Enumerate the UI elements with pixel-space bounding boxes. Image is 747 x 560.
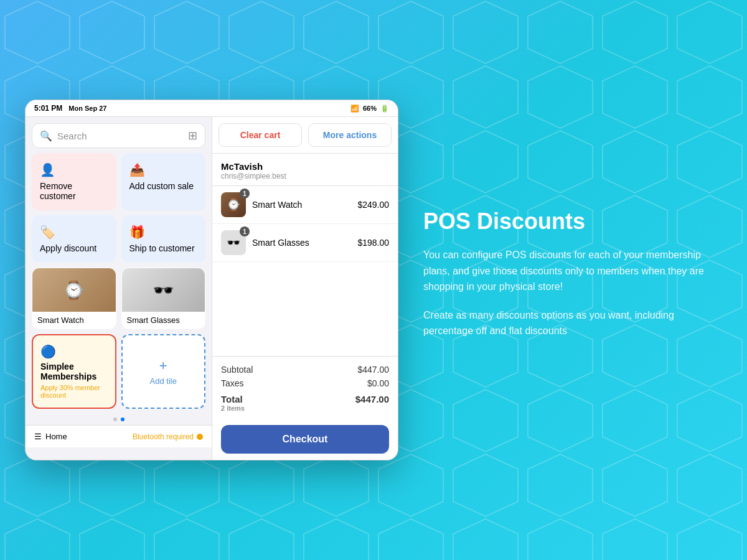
status-time: 5:01 PM [34,104,62,113]
item-thumb-glasses: 🕶️ 1 [221,230,246,255]
smart-watch-image: ⌚ [32,268,116,312]
apply-discount-icon: 🏷️ [40,225,108,240]
cart-header: Clear cart More actions [212,117,398,154]
main-layout: 5:01 PM Mon Sep 27 📶 66% 🔋 🔍 Search ⊞ [0,0,747,560]
total-items-count: 2 items [221,404,245,412]
battery-icon: 🔋 [380,105,389,113]
app-content: 🔍 Search ⊞ 👤 Remove customer 📤 Add custo… [26,117,398,460]
status-icons: 📶 66% 🔋 [350,105,389,113]
add-custom-sale-icon: 📤 [129,162,198,177]
simplee-sublabel: Apply 30% member discount [40,384,108,399]
remove-customer-tile[interactable]: 👤 Remove customer [32,153,116,210]
add-custom-sale-tile[interactable]: 📤 Add custom sale [121,153,206,210]
ship-to-customer-icon: 🎁 [129,225,198,240]
wifi-icon: 📶 [350,105,359,113]
customer-info: McTavish chris@simplee.best [212,154,398,186]
checkout-button[interactable]: Checkout [221,425,389,454]
total-label-group: Total 2 items [221,394,245,412]
home-label: Home [45,432,67,441]
cart-item-glasses[interactable]: 🕶️ 1 Smart Glasses $198.00 [212,224,398,262]
total-row: Total 2 items $447.00 [221,390,389,414]
add-tile-button[interactable]: + Add tile [121,334,206,409]
smart-glasses-product-tile[interactable]: 🕶️ Smart Glasses [121,268,206,329]
watch-quantity-badge: 1 [240,189,250,198]
glasses-item-price: $198.00 [357,238,389,248]
pagination-dot-2 [121,418,125,421]
bottom-nav: ☰ Home Bluetooth required [26,425,212,447]
watch-item-name: Smart Watch [252,200,351,210]
battery-level: 66% [363,105,377,112]
apply-discount-label: Apply discount [40,243,108,253]
taxes-label: Taxes [221,378,244,388]
info-paragraph-1: You can configure POS discounts for each… [423,247,722,295]
search-icon: 🔍 [40,130,52,142]
more-actions-button[interactable]: More actions [308,123,392,147]
add-tile-plus-icon: + [159,358,167,374]
left-panel: 🔍 Search ⊞ 👤 Remove customer 📤 Add custo… [26,117,212,460]
status-date: Mon Sep 27 [68,105,106,112]
remove-customer-icon: 👤 [40,162,108,177]
ship-to-customer-tile[interactable]: 🎁 Ship to customer [121,215,206,263]
home-nav[interactable]: ☰ Home [34,432,67,441]
smart-watch-product-tile[interactable]: ⌚ Smart Watch [32,268,116,329]
barcode-icon: ⊞ [188,129,197,142]
subtotal-row: Subtotal $447.00 [221,363,389,376]
taxes-row: Taxes $0.00 [221,376,389,390]
cart-panel: Clear cart More actions McTavish chris@s… [212,117,398,460]
status-bar: 5:01 PM Mon Sep 27 📶 66% 🔋 [26,100,398,117]
total-value: $447.00 [355,394,389,412]
info-panel: POS Discounts You can configure POS disc… [423,196,722,364]
bluetooth-status: Bluetooth required [133,432,203,441]
glasses-item-name: Smart Glasses [252,238,351,248]
info-paragraph-2: Create as many discounts options as you … [423,307,722,339]
customer-email: chris@simplee.best [221,172,389,180]
subtotal-label: Subtotal [221,365,253,375]
item-thumb-watch: ⌚ 1 [221,192,246,217]
cart-items-list: ⌚ 1 Smart Watch $249.00 🕶️ 1 Smart Glass… [212,186,398,356]
cart-item-smartwatch[interactable]: ⌚ 1 Smart Watch $249.00 [212,186,398,224]
watch-item-price: $249.00 [357,200,389,210]
add-tile-label: Add tile [150,376,177,386]
action-tiles-grid: 👤 Remove customer 📤 Add custom sale 🏷️ A… [26,153,212,414]
simplee-icon: 🔵 [40,344,108,359]
apply-discount-tile[interactable]: 🏷️ Apply discount [32,215,116,263]
smart-glasses-product-label: Smart Glasses [122,312,205,329]
glasses-quantity-badge: 1 [240,226,250,236]
pagination-dot-1 [113,418,117,421]
pagination [26,414,212,425]
bluetooth-dot [197,434,203,440]
bluetooth-label: Bluetooth required [133,432,194,441]
menu-icon: ☰ [34,432,42,441]
clear-cart-button[interactable]: Clear cart [218,123,302,147]
total-label: Total [221,394,245,404]
simplee-label: Simplee Memberships [40,362,108,381]
taxes-value: $0.00 [367,378,389,388]
device-frame: 5:01 PM Mon Sep 27 📶 66% 🔋 🔍 Search ⊞ [25,100,398,460]
subtotal-value: $447.00 [357,365,389,375]
cart-summary: Subtotal $447.00 Taxes $0.00 Total 2 ite… [212,356,398,420]
smart-watch-product-label: Smart Watch [32,312,116,329]
simplee-memberships-tile[interactable]: 🔵 Simplee Memberships Apply 30% member d… [32,334,116,409]
remove-customer-label: Remove customer [40,181,108,201]
info-title: POS Discounts [423,208,722,235]
customer-name: McTavish [221,161,389,172]
add-custom-sale-label: Add custom sale [129,181,198,191]
search-bar[interactable]: 🔍 Search ⊞ [32,123,205,148]
smart-glasses-image: 🕶️ [122,268,205,312]
search-placeholder: Search [57,131,183,141]
ship-to-customer-label: Ship to customer [129,243,198,253]
